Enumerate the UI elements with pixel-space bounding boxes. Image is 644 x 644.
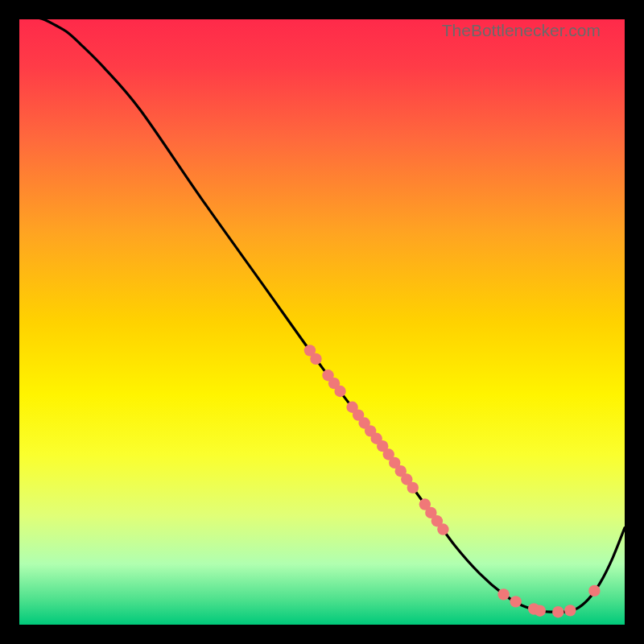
highlight-dot bbox=[535, 605, 546, 617]
highlight-dot bbox=[510, 596, 521, 607]
plot-background bbox=[19, 19, 625, 625]
highlight-dot bbox=[497, 588, 509, 600]
highlight-dot bbox=[334, 386, 345, 397]
highlight-dot bbox=[564, 605, 576, 616]
highlight-dot bbox=[437, 523, 448, 535]
chart-frame: TheBottlenecker.com bbox=[19, 19, 625, 625]
chart-plot bbox=[19, 19, 625, 625]
highlight-dot bbox=[552, 606, 564, 617]
highlight-dot bbox=[310, 353, 321, 365]
watermark-text: TheBottlenecker.com bbox=[442, 21, 601, 40]
highlight-dot bbox=[407, 482, 419, 493]
highlight-dot bbox=[588, 585, 600, 597]
